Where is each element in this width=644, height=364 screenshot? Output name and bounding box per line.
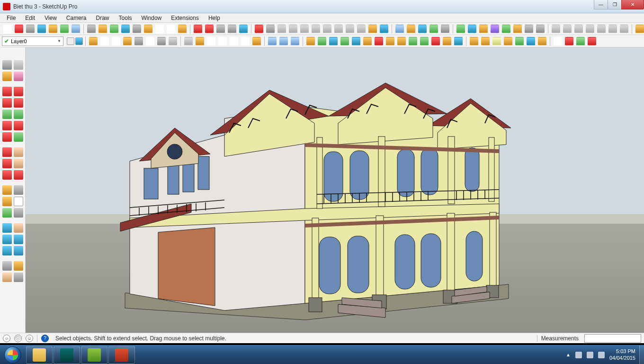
tool-icon[interactable] bbox=[112, 37, 120, 46]
rotate-tool-icon[interactable] bbox=[2, 159, 12, 168]
pushpull-tool-icon[interactable] bbox=[14, 147, 23, 157]
tool-icon[interactable] bbox=[155, 25, 164, 33]
tool-icon[interactable] bbox=[14, 60, 23, 70]
sphere-icon[interactable] bbox=[409, 37, 417, 46]
circle-tool-icon[interactable] bbox=[2, 109, 12, 119]
tool-icon[interactable] bbox=[133, 25, 141, 33]
tool-icon[interactable] bbox=[196, 37, 204, 46]
sphere-icon[interactable] bbox=[431, 37, 440, 46]
zoom-ext-tool-icon[interactable] bbox=[2, 246, 12, 255]
move-tool-icon[interactable] bbox=[2, 147, 12, 157]
tool-icon[interactable] bbox=[218, 37, 227, 46]
sphere-icon[interactable] bbox=[397, 37, 406, 46]
eraser-tool-icon[interactable] bbox=[14, 72, 23, 81]
tool-icon[interactable] bbox=[230, 37, 238, 46]
tool-icon[interactable] bbox=[266, 25, 275, 33]
close-button[interactable]: ✕ bbox=[621, 0, 644, 9]
tool-icon[interactable] bbox=[146, 37, 154, 46]
task-3dsmax[interactable] bbox=[54, 346, 80, 364]
line-tool-icon[interactable] bbox=[2, 87, 12, 96]
tool-icon[interactable] bbox=[323, 25, 331, 33]
tool-icon[interactable] bbox=[194, 25, 202, 33]
layer-selector[interactable]: ✔ Layer0 ▼ bbox=[2, 36, 63, 46]
tool-icon[interactable] bbox=[635, 25, 644, 33]
tool-icon[interactable] bbox=[468, 25, 476, 33]
sphere-icon[interactable] bbox=[443, 37, 451, 46]
volume-icon[interactable] bbox=[598, 352, 605, 358]
tool-icon[interactable] bbox=[536, 25, 545, 33]
tool-icon[interactable] bbox=[429, 25, 438, 33]
start-button[interactable] bbox=[0, 346, 26, 364]
tool-icon[interactable] bbox=[620, 25, 628, 33]
task-sketchup[interactable] bbox=[108, 346, 135, 364]
minimize-button[interactable]: — bbox=[594, 0, 608, 9]
select-tool-icon[interactable] bbox=[2, 60, 12, 70]
tool-icon[interactable] bbox=[346, 25, 354, 33]
tool-icon[interactable] bbox=[527, 37, 535, 46]
menu-help[interactable]: Help bbox=[204, 14, 225, 22]
villa-model[interactable] bbox=[82, 62, 537, 327]
tool-icon[interactable] bbox=[144, 25, 152, 33]
tool-icon[interactable] bbox=[588, 37, 596, 46]
tool-icon[interactable] bbox=[418, 25, 427, 33]
tool-icon[interactable] bbox=[502, 25, 510, 33]
tool-icon[interactable] bbox=[228, 25, 236, 33]
tool-icon[interactable] bbox=[481, 37, 490, 46]
tool-icon[interactable] bbox=[291, 37, 299, 46]
rect-tool-icon[interactable] bbox=[2, 98, 12, 108]
tool-icon[interactable] bbox=[178, 25, 187, 33]
zoom-tool-icon[interactable] bbox=[2, 235, 12, 244]
tool-icon[interactable] bbox=[205, 25, 214, 33]
section-tool-icon[interactable] bbox=[14, 273, 23, 282]
new-doc-icon[interactable] bbox=[3, 25, 12, 33]
sphere-icon[interactable] bbox=[375, 37, 383, 46]
task-explorer[interactable] bbox=[26, 346, 53, 364]
tool-icon[interactable] bbox=[456, 25, 465, 33]
tool-icon[interactable] bbox=[268, 37, 277, 46]
tool-icon[interactable] bbox=[597, 25, 606, 33]
tool-icon[interactable] bbox=[554, 37, 562, 46]
tool-icon[interactable] bbox=[184, 37, 193, 46]
tool-icon[interactable] bbox=[525, 25, 533, 33]
offset-tool-icon[interactable] bbox=[14, 170, 23, 180]
tool-icon[interactable] bbox=[380, 25, 388, 33]
tool-icon[interactable] bbox=[123, 37, 132, 46]
flag-icon[interactable] bbox=[575, 352, 582, 358]
tool-icon[interactable] bbox=[289, 25, 297, 33]
tool-icon[interactable] bbox=[60, 25, 69, 33]
tool-icon[interactable] bbox=[312, 25, 320, 33]
tool-icon[interactable] bbox=[121, 25, 130, 33]
tool-icon[interactable] bbox=[565, 37, 573, 46]
tool-icon[interactable] bbox=[441, 25, 449, 33]
tool-icon[interactable] bbox=[14, 208, 23, 218]
tool-icon[interactable] bbox=[504, 37, 512, 46]
polygon-tool-icon[interactable] bbox=[14, 109, 23, 119]
pan-tool-icon[interactable] bbox=[14, 223, 23, 233]
maximize-button[interactable]: ❐ bbox=[608, 0, 622, 9]
tool-icon[interactable] bbox=[98, 25, 107, 33]
tool-icon[interactable] bbox=[241, 37, 250, 46]
tool-icon[interactable] bbox=[334, 25, 343, 33]
sphere-icon[interactable] bbox=[318, 37, 326, 46]
tool-icon[interactable] bbox=[277, 25, 286, 33]
sphere-icon[interactable] bbox=[329, 37, 338, 46]
paint-tool-icon[interactable] bbox=[2, 72, 12, 81]
tool-icon[interactable] bbox=[216, 25, 225, 33]
network-icon[interactable] bbox=[587, 352, 593, 358]
sphere-icon[interactable] bbox=[306, 37, 315, 46]
tool-icon[interactable] bbox=[37, 25, 46, 33]
tool-icon[interactable] bbox=[169, 37, 177, 46]
freehand-tool-icon[interactable] bbox=[14, 87, 23, 96]
tool-icon[interactable] bbox=[552, 25, 560, 33]
tool-icon[interactable] bbox=[167, 25, 175, 33]
tool-icon[interactable] bbox=[279, 37, 288, 46]
menu-edit[interactable]: Edit bbox=[20, 14, 40, 22]
tape-tool-icon[interactable] bbox=[2, 185, 12, 195]
sphere-icon[interactable] bbox=[386, 37, 394, 46]
viewport[interactable] bbox=[26, 47, 644, 333]
zoom-window-tool-icon[interactable] bbox=[14, 235, 23, 244]
tool-icon[interactable] bbox=[492, 37, 501, 46]
tool-icon[interactable] bbox=[357, 25, 366, 33]
tool-icon[interactable] bbox=[513, 25, 522, 33]
arc-tool-icon[interactable] bbox=[2, 121, 12, 130]
